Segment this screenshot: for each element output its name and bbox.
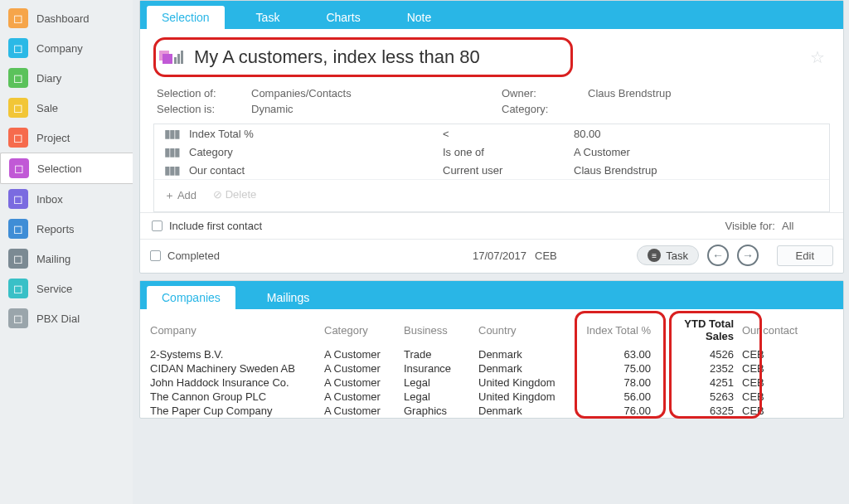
table-row[interactable]: CIDAN Machinery Sweden ABA CustomerInsur…	[140, 361, 843, 376]
results-tabbar: CompaniesMailings	[140, 281, 843, 309]
edit-button[interactable]: Edit	[777, 245, 833, 266]
task-button[interactable]: ≡ Task	[637, 245, 699, 265]
selection-title: My A customers, index less than 80	[194, 46, 480, 68]
selection-tabbar: SelectionTaskChartsNote	[140, 1, 843, 29]
nav-label: Reports	[36, 223, 75, 235]
table-row[interactable]: 2-Systems B.V.A CustomerTradeDenmark63.0…	[140, 347, 843, 361]
cell-ytd: 5263	[659, 390, 742, 403]
cell-index: 63.00	[576, 348, 659, 361]
col-country[interactable]: Country	[478, 324, 576, 337]
delete-criterion-button[interactable]: ⊘ Delete	[213, 188, 256, 203]
col-company[interactable]: Company	[150, 324, 324, 337]
criteria-box: ▮▮▮Index Total %<80.00▮▮▮CategoryIs one …	[153, 124, 830, 212]
nav-label: Inbox	[36, 193, 63, 206]
tab-selection[interactable]: Selection	[147, 6, 225, 29]
plus-icon: ＋	[164, 189, 175, 201]
svg-rect-3	[177, 54, 180, 64]
nav-item-reports[interactable]: ◻Reports	[0, 214, 133, 244]
col-category[interactable]: Category	[324, 324, 404, 337]
service-icon: ◻	[8, 279, 28, 298]
tab-task[interactable]: Task	[241, 6, 295, 29]
meta-value	[588, 103, 827, 115]
nav-item-mailing[interactable]: ◻Mailing	[0, 244, 133, 274]
delete-label: Delete	[226, 188, 257, 201]
tab-note[interactable]: Note	[392, 6, 447, 29]
nav-item-pbx-dial[interactable]: ◻PBX Dial	[0, 303, 133, 333]
criterion-field: Our contact	[189, 164, 436, 177]
cell-contact: CEB	[742, 348, 825, 361]
col-contact[interactable]: Our contact	[742, 324, 825, 337]
criterion-row[interactable]: ▮▮▮Our contactCurrent userClaus Brendstr…	[154, 161, 829, 179]
table-header-row: Company Category Business Country Index …	[140, 309, 843, 347]
selection-icon	[159, 48, 184, 66]
cell-country: Denmark	[478, 405, 576, 417]
col-index[interactable]: Index Total %	[576, 324, 659, 337]
visible-for-label: Visible for:	[725, 220, 775, 232]
favorite-star-icon[interactable]: ☆	[810, 47, 825, 67]
tab-charts[interactable]: Charts	[311, 6, 375, 29]
tab-mailings[interactable]: Mailings	[252, 286, 324, 309]
cell-ytd: 6325	[659, 405, 742, 417]
company-icon: ◻	[8, 38, 28, 58]
meta-value: Dynamic	[251, 103, 490, 115]
nav-item-dashboard[interactable]: ◻Dashboard	[0, 3, 133, 33]
col-ytd[interactable]: YTD Total Sales	[659, 317, 742, 342]
include-first-contact-checkbox[interactable]	[152, 220, 163, 231]
table-row[interactable]: John Haddock Insurance Co.A CustomerLega…	[140, 376, 843, 390]
nav-item-project[interactable]: ◻Project	[0, 123, 133, 153]
nav-item-sale[interactable]: ◻Sale	[0, 93, 133, 123]
selection-date: 17/07/2017	[410, 250, 526, 262]
table-row[interactable]: The Cannon Group PLCA CustomerLegalUnite…	[140, 390, 843, 404]
selection-card: SelectionTaskChartsNote	[139, 0, 844, 274]
svg-rect-1	[163, 54, 172, 64]
visible-for-value[interactable]: All	[782, 220, 832, 232]
meta-value: Companies/Contacts	[251, 87, 490, 99]
nav-item-company[interactable]: ◻Company	[0, 33, 133, 63]
cell-category: A Customer	[324, 390, 404, 403]
task-button-label: Task	[666, 250, 688, 262]
inbox-icon: ◻	[8, 189, 28, 209]
criterion-row[interactable]: ▮▮▮CategoryIs one ofA Customer	[154, 143, 829, 161]
include-first-contact-label: Include first contact	[169, 220, 262, 232]
cell-category: A Customer	[324, 376, 404, 389]
cell-category: A Customer	[324, 348, 404, 361]
reports-icon: ◻	[8, 219, 28, 239]
selection-user: CEB	[535, 250, 585, 262]
cell-country: Denmark	[478, 348, 576, 361]
nav-item-diary[interactable]: ◻Diary	[0, 63, 133, 93]
criterion-value: A Customer	[574, 146, 821, 158]
completed-checkbox[interactable]	[150, 250, 161, 261]
sale-icon: ◻	[8, 98, 28, 118]
pbx-dial-icon: ◻	[8, 308, 28, 328]
sidebar: ◻Dashboard◻Company◻Diary◻Sale◻Project◻Se…	[0, 0, 133, 504]
svg-rect-2	[174, 57, 177, 64]
nav-label: Sale	[36, 102, 58, 114]
next-button[interactable]: →	[737, 245, 759, 266]
cell-business: Legal	[404, 390, 478, 403]
criterion-field: Index Total %	[189, 128, 436, 140]
results-card: CompaniesMailings Company Category Busin…	[139, 280, 844, 419]
meta-label: Selection of:	[157, 87, 240, 99]
selection-title-highlight: My A customers, index less than 80	[153, 37, 573, 77]
table-row[interactable]: The Paper Cup CompanyA CustomerGraphicsD…	[140, 404, 843, 418]
cell-business: Legal	[404, 376, 478, 389]
nav-item-service[interactable]: ◻Service	[0, 274, 133, 303]
cell-contact: CEB	[742, 390, 825, 403]
mailing-icon: ◻	[8, 249, 28, 269]
add-criterion-button[interactable]: ＋ Add	[164, 188, 196, 203]
cell-category: A Customer	[324, 405, 404, 417]
col-business[interactable]: Business	[404, 324, 478, 337]
bars-icon: ▮▮▮	[163, 144, 181, 159]
cell-ytd: 2352	[659, 362, 742, 375]
cell-ytd: 4526	[659, 348, 742, 361]
bars-icon: ▮▮▮	[163, 126, 181, 141]
nav-label: Dashboard	[36, 12, 90, 25]
nav-item-selection[interactable]: ◻Selection	[0, 153, 133, 184]
nav-item-inbox[interactable]: ◻Inbox	[0, 184, 133, 214]
cell-country: United Kingdom	[478, 390, 576, 403]
cell-company: The Cannon Group PLC	[150, 390, 324, 403]
prev-button[interactable]: ←	[707, 245, 729, 266]
cell-index: 78.00	[576, 376, 659, 389]
tab-companies[interactable]: Companies	[147, 286, 235, 309]
criterion-row[interactable]: ▮▮▮Index Total %<80.00	[154, 124, 829, 143]
